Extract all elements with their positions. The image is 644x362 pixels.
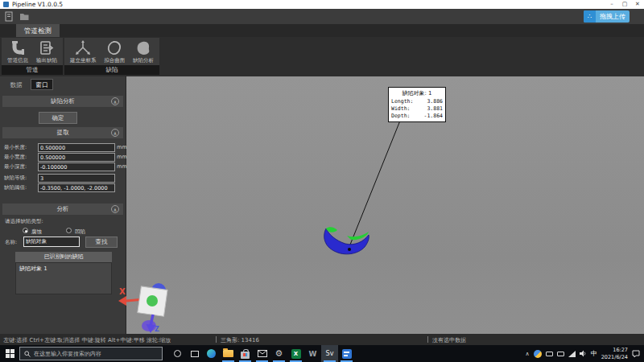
export-defects-button[interactable]: 输出缺陷 <box>36 40 57 64</box>
clock-time: 16:27 <box>601 347 628 353</box>
tab-window[interactable]: 窗口 <box>31 79 53 90</box>
store-icon[interactable] <box>237 345 254 362</box>
radio-dent[interactable] <box>66 228 72 233</box>
defect-type-prompt: 请选择缺陷类型: <box>5 218 43 225</box>
defect-analysis-label: 缺陷分析 <box>133 57 154 64</box>
ime-indicator[interactable]: 中 <box>591 349 597 358</box>
section-header-analysis[interactable]: 分析 ∧ <box>2 204 123 215</box>
excel-icon[interactable]: X <box>287 345 304 362</box>
min-length-input[interactable] <box>38 143 115 152</box>
left-panel: 数据 窗口 缺陷分析 ∧ 确定 提取 ∧ 最小长度: mm 最小宽度: mm 最… <box>0 76 126 334</box>
confirm-button[interactable]: 确定 <box>39 112 77 124</box>
pipe-elbow-icon <box>10 40 26 56</box>
app-sv-glyph: Sv <box>326 350 334 357</box>
field-defect-threshold: 缺陷阈值: <box>0 183 126 192</box>
ribbon-group-defect: 建立坐标系 拟合曲面 缺陷分析 缺陷 <box>64 38 159 75</box>
create-coordinate-system-button[interactable]: 建立坐标系 <box>70 40 97 64</box>
app-blue-icon[interactable] <box>338 345 355 362</box>
new-file-icon[interactable] <box>4 11 14 22</box>
defect-threshold-input[interactable] <box>38 183 115 192</box>
settings-gear-icon[interactable]: ⚙ <box>270 345 287 362</box>
minimize-button[interactable]: – <box>605 0 618 9</box>
clock-date: 2021/6/24 <box>601 354 628 360</box>
section-title-analysis: 分析 <box>57 205 69 212</box>
min-length-label: 最小长度: <box>4 144 27 151</box>
coordinate-gizmo[interactable]: X Z <box>117 280 176 333</box>
upload-badge-label: 拖拽上传 <box>596 12 630 21</box>
radio-corrosion-label[interactable]: 腐蚀 <box>31 228 42 236</box>
app-sv-icon[interactable]: Sv <box>321 345 338 362</box>
radio-corrosion[interactable] <box>23 228 28 233</box>
network-icon[interactable] <box>568 351 576 357</box>
defect-list-header: 已识别到的缺陷 <box>15 252 112 262</box>
triangle-count: 三角形: 13416 <box>221 336 259 344</box>
find-button[interactable]: 查找 <box>85 237 118 248</box>
title-bar: Pipeline V1.0.0.5 – ▢ ✕ <box>0 0 644 9</box>
tab-pipeline-inspection[interactable]: 管道检测 <box>16 24 60 37</box>
windows-taskbar: ⚙ X W Sv ∧ 中 16:27 2021/6/24 <box>0 345 644 362</box>
task-view-icon[interactable] <box>186 345 203 362</box>
name-input[interactable] <box>23 237 80 247</box>
fit-surface-button[interactable]: 拟合曲面 <box>104 40 125 64</box>
collapse-chevron-icon[interactable]: ∧ <box>111 205 119 213</box>
tray-chevron-icon[interactable]: ∧ <box>526 351 530 357</box>
app-w-icon[interactable]: W <box>304 345 321 362</box>
tab-data[interactable]: 数据 <box>5 80 27 91</box>
status-separator <box>216 336 217 343</box>
viewport-3d[interactable]: 缺陷对象: 1 Length: 3.886 Width: 3.881 Depth… <box>126 76 644 334</box>
min-width-input[interactable] <box>38 153 115 162</box>
field-min-length: 最小长度: mm <box>0 143 126 152</box>
taskbar-search[interactable] <box>19 347 163 360</box>
section-header-extract[interactable]: 提取 ∧ <box>2 127 123 138</box>
defect-annotation: 缺陷对象: 1 Length: 3.886 Width: 3.881 Depth… <box>388 87 446 122</box>
list-item[interactable]: 缺陷对象 1 <box>16 263 111 274</box>
ribbon-tab-row: 管道检测 <box>0 24 644 37</box>
pipeline-info-label: 管道信息 <box>7 57 28 64</box>
tray-app-icon[interactable] <box>534 350 542 358</box>
gizmo-origin-dot <box>147 295 158 306</box>
pipeline-info-button[interactable]: 管道信息 <box>7 40 28 64</box>
action-center-icon[interactable] <box>632 350 640 358</box>
search-icon <box>24 351 31 357</box>
ribbon-group-pipeline: 管道信息 输出缺陷 管道 <box>2 38 63 75</box>
start-button[interactable] <box>0 345 19 362</box>
min-width-unit: mm <box>117 154 127 160</box>
windows-logo-icon <box>6 349 14 358</box>
file-explorer-icon[interactable] <box>220 345 237 362</box>
defect-analysis-button[interactable]: 缺陷分析 <box>133 40 154 64</box>
window-controls: – ▢ ✕ <box>605 0 644 9</box>
clock[interactable]: 16:27 2021/6/24 <box>601 347 628 360</box>
section-header-defect-analysis[interactable]: 缺陷分析 ∧ <box>2 96 123 107</box>
section-title-extract: 提取 <box>57 129 69 136</box>
export-defects-label: 输出缺陷 <box>36 57 57 64</box>
search-input[interactable] <box>34 351 162 357</box>
edge-icon[interactable] <box>203 345 220 362</box>
volume-icon[interactable] <box>580 350 587 357</box>
maximize-button[interactable]: ▢ <box>618 0 631 9</box>
envelope-icon <box>258 350 267 357</box>
defect-threshold-label: 缺陷阈值: <box>4 184 27 191</box>
defect-level-input[interactable] <box>38 174 115 183</box>
defect-list: 缺陷对象 1 <box>15 262 112 294</box>
tray-battery-icon[interactable] <box>557 352 564 356</box>
gear-glyph: ⚙ <box>275 348 283 359</box>
open-folder-icon[interactable] <box>19 11 30 22</box>
tray-device-icon[interactable] <box>546 352 553 356</box>
app-icon <box>3 2 9 7</box>
defect-mesh[interactable] <box>320 224 372 257</box>
min-depth-input[interactable] <box>38 162 115 171</box>
status-separator <box>427 336 428 343</box>
group-label-pipeline: 管道 <box>2 65 63 75</box>
upload-badge[interactable]: ∴ 拖拽上传 <box>584 10 630 23</box>
collapse-chevron-icon[interactable]: ∧ <box>111 129 119 137</box>
width-value: 3.881 <box>427 105 443 113</box>
collapse-chevron-icon[interactable]: ∧ <box>111 97 119 105</box>
group-label-defect: 缺陷 <box>64 65 159 75</box>
close-button[interactable]: ✕ <box>631 0 644 9</box>
radio-dent-label[interactable]: 凹陷 <box>75 228 85 236</box>
mail-icon[interactable] <box>254 345 270 362</box>
x-axis-label: X <box>119 287 126 296</box>
excel-glyph: X <box>291 349 301 359</box>
blob-outline-icon <box>106 40 122 56</box>
cortana-icon[interactable] <box>169 345 186 362</box>
